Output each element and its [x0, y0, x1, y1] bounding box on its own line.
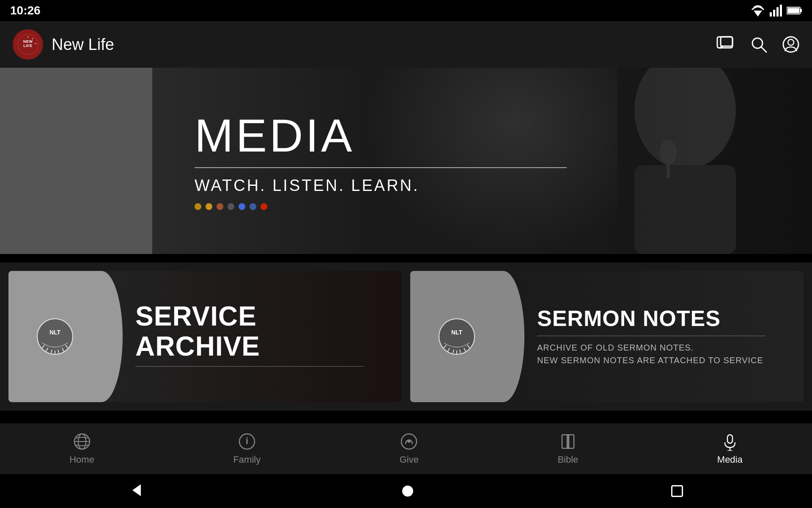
service-archive-card-right: SERVICEARCHIVE: [102, 271, 402, 402]
hero-dot-3: [217, 203, 223, 210]
service-archive-card[interactable]: NLT SERVICEARCHIVE: [8, 271, 402, 402]
bible-icon: [559, 432, 577, 451]
header: NEW LIFE New Life: [0, 21, 812, 68]
card-left-curve-2: [482, 271, 524, 402]
home-globe-icon: [73, 432, 91, 451]
nlt-logo-1: NLT: [36, 318, 74, 356]
svg-marker-0: [754, 11, 762, 17]
android-back-button[interactable]: [129, 483, 144, 500]
status-icons: [750, 5, 802, 17]
svg-point-21: [37, 319, 73, 354]
hero-dot-5: [239, 203, 245, 210]
svg-rect-34: [727, 435, 732, 443]
service-archive-title: SERVICEARCHIVE: [135, 301, 389, 361]
nav-item-give[interactable]: Give: [387, 428, 431, 469]
sermon-notes-card-left: NLT: [410, 271, 503, 402]
svg-point-23: [439, 319, 475, 354]
hero-banner: MEDIA WATCH. LISTEN. LEARN.: [0, 68, 812, 254]
svg-point-16: [788, 39, 794, 45]
nav-label-home: Home: [69, 454, 94, 465]
wifi-icon: [750, 5, 765, 17]
status-time: 10:26: [10, 4, 41, 17]
svg-rect-6: [800, 9, 802, 12]
svg-text:LIFE: LIFE: [23, 44, 33, 48]
hero-content: MEDIA WATCH. LISTEN. LEARN.: [152, 68, 702, 254]
family-info-icon: i: [238, 432, 256, 451]
svg-text:NEW: NEW: [23, 39, 33, 44]
hero-title: MEDIA: [195, 112, 567, 159]
svg-rect-4: [780, 5, 782, 17]
nav-item-bible[interactable]: Bible: [545, 428, 591, 469]
svg-line-14: [761, 47, 766, 52]
hero-divider: [195, 167, 567, 168]
service-archive-card-left: NLT: [8, 271, 102, 402]
battery-icon: [787, 6, 802, 15]
search-icon[interactable]: [750, 36, 767, 53]
status-bar: 10:26: [0, 0, 812, 21]
signal-icon: [770, 5, 782, 17]
sermon-notes-subtitle-line1: ARCHIVE OF OLD SERMON NOTES.: [537, 343, 694, 352]
header-right: [716, 36, 799, 53]
cards-section: NLT SERVICEARCHIVE: [0, 262, 812, 411]
hero-left-panel: [0, 68, 152, 254]
nav-item-home[interactable]: Home: [57, 428, 107, 469]
nav-label-media: Media: [717, 454, 743, 465]
nav-label-family: Family: [233, 454, 261, 465]
nlt-logo-2: NLT: [438, 318, 476, 356]
svg-rect-7: [787, 8, 799, 13]
nav-item-media[interactable]: Media: [705, 428, 755, 469]
sermon-notes-subtitle: ARCHIVE OF OLD SERMON NOTES. NEW SERMON …: [537, 341, 791, 367]
hero-dot-7: [261, 203, 267, 210]
hero-dots: [195, 203, 567, 210]
android-nav: [0, 474, 812, 508]
nav-label-give: Give: [400, 454, 419, 465]
svg-rect-12: [721, 37, 732, 46]
hero-dot-4: [228, 203, 234, 210]
hero-text: MEDIA WATCH. LISTEN. LEARN.: [195, 112, 567, 210]
svg-text:NLT: NLT: [451, 329, 463, 336]
svg-marker-37: [132, 484, 141, 496]
bottom-nav: Home i Family Give Bible: [0, 423, 812, 474]
android-home-button[interactable]: [402, 486, 413, 497]
hero-dot-6: [250, 203, 256, 210]
hero-dot-1: [195, 203, 201, 210]
android-recent-button[interactable]: [671, 485, 683, 497]
sermon-notes-card[interactable]: NLT SERMON NOTES ARCHIVE OF OLD SERMON N…: [410, 271, 804, 402]
card-left-curve-1: [80, 271, 123, 402]
app-logo[interactable]: NEW LIFE: [13, 29, 43, 60]
svg-text:i: i: [246, 436, 248, 446]
header-left: NEW LIFE New Life: [13, 29, 114, 60]
profile-icon[interactable]: [782, 36, 799, 53]
hero-subtitle: WATCH. LISTEN. LEARN.: [195, 177, 567, 195]
nav-item-family[interactable]: i Family: [220, 428, 273, 469]
sermon-notes-divider: [537, 336, 765, 336]
sermon-notes-title: SERMON NOTES: [537, 306, 791, 331]
svg-rect-2: [773, 10, 775, 17]
svg-text:NLT: NLT: [49, 329, 61, 336]
sermon-notes-card-right: SERMON NOTES ARCHIVE OF OLD SERMON NOTES…: [503, 271, 804, 402]
sermon-notes-subtitle-line2: NEW SERMON NOTES ARE ATTACHED TO SERVICE: [537, 356, 763, 365]
app-title: New Life: [52, 36, 114, 54]
chat-icon[interactable]: [716, 36, 735, 53]
hero-dot-2: [206, 203, 212, 210]
nav-label-bible: Bible: [557, 454, 578, 465]
media-mic-icon: [721, 432, 739, 451]
svg-rect-1: [770, 12, 772, 17]
service-archive-divider: [135, 366, 364, 367]
svg-rect-3: [776, 7, 779, 17]
give-icon: [400, 432, 418, 451]
